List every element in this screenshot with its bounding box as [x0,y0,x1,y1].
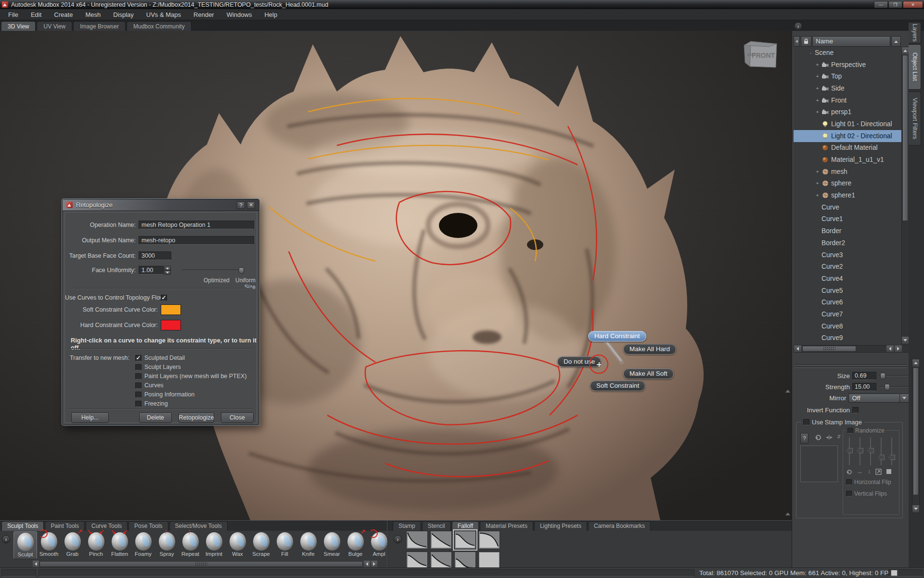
view-cube[interactable]: FRONT LEFT [740,38,781,72]
close-button[interactable]: Close [221,412,254,423]
tree-item-material-1-u1-v1[interactable]: Material_1_u1_v1 [794,154,901,166]
mirror-dropdown[interactable]: Off [848,394,900,403]
tool-tab-sculpt-tools[interactable]: Sculpt Tools [1,521,44,531]
tree-item-curve1[interactable]: Curve1 [794,213,901,225]
tree-item-persp1[interactable]: +persp1 [794,106,901,118]
tool-fill[interactable]: Fill [273,531,296,559]
dialog-close-button[interactable]: ✕ [247,201,255,209]
stamp-vflip-icon[interactable]: ⇵ [837,434,840,441]
tool-smear[interactable]: Smear [320,531,344,559]
tree-item-curve9[interactable]: Curve9 [794,332,901,344]
expander-icon[interactable]: + [815,62,820,67]
size-input[interactable] [852,372,876,380]
falloff-preset-3[interactable] [454,531,476,549]
tool-sculpt[interactable]: Sculpt [13,531,37,559]
tree-vertical-scrollbar[interactable] [901,47,909,344]
tool-spray[interactable]: ↑Spray [155,531,179,559]
randomize-checkbox[interactable] [847,428,853,434]
soft-constraint-color-swatch[interactable] [161,304,181,315]
tool-pinch[interactable]: ↘↙Pinch [84,531,108,559]
tree-item-front[interactable]: +Front [794,94,901,106]
dialog-help-button[interactable]: ? [237,201,245,209]
operation-name-input[interactable] [139,221,254,229]
face-uniformity-input[interactable] [139,266,164,275]
expander-icon[interactable]: - [808,50,813,55]
vertical-flip-checkbox[interactable] [846,491,852,497]
transfer-checkbox-sculpted-detail[interactable]: ✓ [135,355,141,361]
falloff-preset-4[interactable] [478,531,500,549]
transfer-checkbox-curves[interactable] [135,382,141,389]
marking-menu-make-all-soft[interactable]: Make All Soft [623,368,674,379]
tree-item-light-02-directional[interactable]: Light 02 - Directional [794,130,901,142]
side-tab-viewport-filters[interactable]: Viewport Filters [909,92,921,145]
marking-menu-soft[interactable]: Soft Constraint [590,381,645,391]
horizontal-flip-checkbox[interactable] [846,479,852,485]
tool-foamy[interactable]: Foamy [131,531,155,559]
tree-item-curve4[interactable]: Curve4 [794,273,901,285]
mirror-dropdown-arrow[interactable] [900,394,909,403]
tree-item-curve[interactable]: Curve [794,201,901,213]
menu-render[interactable]: Render [187,9,220,20]
minimize-button[interactable]: — [874,1,888,8]
view-tab-image-browser[interactable]: Image Browser [73,21,126,31]
preset-tab-lighting-presets[interactable]: Lighting Presets [534,521,587,531]
expander-icon[interactable]: + [815,181,820,186]
expander-icon[interactable]: + [815,169,820,174]
falloff-preset-2[interactable] [430,531,452,549]
face-uniformity-spinner[interactable] [164,266,171,275]
panel-splitter-arrow[interactable] [785,390,790,393]
tool-grab[interactable]: ↗Grab [61,531,84,559]
tool-wax[interactable]: Wax [226,531,249,559]
expander-icon[interactable]: + [815,98,820,103]
tree-item-light-01-directional[interactable]: Light 01 - Directional [794,118,901,130]
tree-item-perspective[interactable]: +Perspective [794,59,901,71]
panel-collapse-chevron[interactable]: › [794,22,802,30]
hard-constraint-color-swatch[interactable] [161,320,181,330]
preset-tab-material-presets[interactable]: Material Presets [480,521,533,531]
tree-item-curve6[interactable]: Curve6 [794,296,901,308]
tool-flatten[interactable]: ↘↙Flatten [108,531,131,559]
tree-horizontal-scrollbar[interactable] [794,345,909,353]
dialog-title-bar[interactable]: Retopologize ? ✕ [63,199,259,211]
expander-icon[interactable]: + [815,109,820,115]
tool-smooth[interactable]: Smooth [37,531,61,559]
preset-tab-falloff[interactable]: Falloff [452,521,479,531]
expander-icon[interactable]: + [815,86,820,91]
stamp-hflip-icon[interactable]: ◂|▸ [826,434,833,441]
tree-item-top[interactable]: +Top [794,70,901,82]
side-tab-layers[interactable]: Layers [909,22,921,43]
sort-button[interactable] [891,36,901,47]
view-tab-3d-view[interactable]: 3D View [1,21,36,31]
target-base-face-count-input[interactable] [139,251,171,260]
transfer-checkbox-paint-layers-new-mesh-will-be-ptex-[interactable] [135,373,141,380]
strength-input[interactable] [852,383,876,391]
transfer-checkbox-freezing[interactable] [135,401,141,407]
tool-tray-chevron[interactable]: › [2,535,10,543]
tree-item-border[interactable]: Border [794,225,901,237]
menu-display[interactable]: Display [107,9,140,20]
preset-tab-stencil[interactable]: Stencil [422,521,451,531]
tree-item-mesh[interactable]: +mesh [794,166,901,178]
tree-item-default-material[interactable]: Default Material [794,142,901,154]
delete-button[interactable]: Delete [139,412,172,423]
randomize-scale-icon[interactable] [875,469,882,475]
menu-help[interactable]: Help [258,9,283,20]
use-curves-checkbox[interactable]: ✓ [161,295,167,301]
tree-item-curve5[interactable]: Curve5 [794,285,901,297]
falloff-preset-1[interactable] [406,531,428,549]
retopologize-button[interactable]: Retopologize [179,412,214,423]
tool-ampl[interactable]: Ampl [367,531,391,559]
menu-edit[interactable]: Edit [25,9,48,20]
face-uniformity-slider[interactable] [181,267,244,273]
tree-item-scene[interactable]: -Scene [794,47,901,59]
panel-splitter-arrow[interactable] [785,512,790,515]
size-slider[interactable] [879,373,909,379]
tree-item-side[interactable]: +Side [794,82,901,94]
menu-uvs-maps[interactable]: UVs & Maps [140,9,187,20]
lock-icon[interactable] [801,36,811,47]
help--button[interactable]: Help... [71,412,109,423]
close-button[interactable]: ✕ [903,1,923,8]
stamp-help-button[interactable]: ? [800,433,808,444]
preset-tab-camera-bookmarks[interactable]: Camera Bookmarks [588,521,651,531]
marking-menu-make-all-hard[interactable]: Make All Hard [623,344,676,355]
